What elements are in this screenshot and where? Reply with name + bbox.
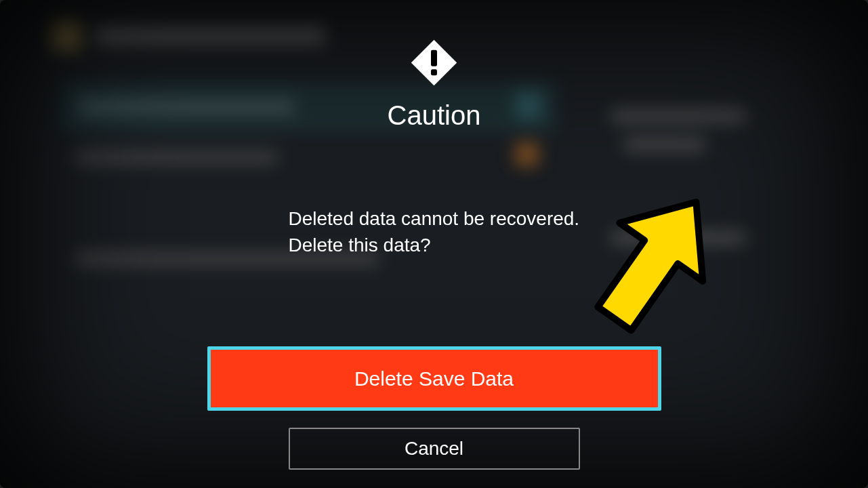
- svg-rect-1: [431, 50, 437, 66]
- dialog-message-line1: Deleted data cannot be recovered.: [289, 205, 580, 232]
- delete-save-data-button[interactable]: Delete Save Data: [207, 346, 661, 411]
- dialog-message-line2: Delete this data?: [289, 232, 580, 258]
- dialog-title: Caution: [388, 100, 481, 131]
- svg-rect-2: [431, 69, 437, 75]
- caution-icon: [409, 37, 459, 88]
- caution-dialog: Caution Deleted data cannot be recovered…: [0, 0, 868, 488]
- cancel-button[interactable]: Cancel: [289, 428, 580, 470]
- dialog-message: Deleted data cannot be recovered. Delete…: [289, 205, 580, 258]
